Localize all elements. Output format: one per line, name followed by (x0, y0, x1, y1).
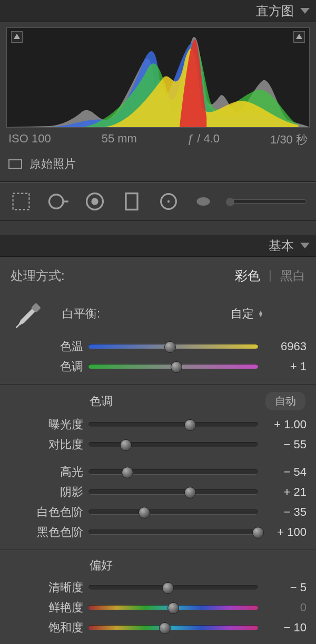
exposure-track[interactable] (88, 422, 258, 427)
highlights-track[interactable] (88, 469, 258, 475)
exif-iso: ISO 100 (8, 132, 51, 148)
presence-title: 偏好 (90, 558, 113, 573)
vibrance-track[interactable] (88, 605, 258, 610)
histogram-panel-title: 直方图 (256, 3, 294, 20)
chevron-down-icon (300, 8, 310, 14)
spot-removal-tool[interactable] (46, 190, 70, 213)
blacks-label: 黑色色阶 (9, 524, 88, 540)
exposure-value[interactable]: + 1.00 (258, 418, 307, 431)
shadows-value[interactable]: + 21 (258, 485, 307, 499)
rectangle-icon (8, 159, 22, 169)
contrast-label: 对比度 (9, 437, 88, 453)
treatment-color[interactable]: 彩色 (235, 267, 260, 284)
blacks-knob[interactable] (252, 527, 264, 539)
exif-shutter: 1/30 秒 (270, 132, 308, 148)
svg-rect-4 (126, 194, 137, 210)
eyedropper-icon[interactable] (11, 303, 41, 333)
brush-size-slider[interactable] (226, 199, 307, 204)
whites-track[interactable] (88, 510, 258, 515)
graduated-filter-tool[interactable] (120, 190, 143, 213)
slider-clarity: 清晰度 − 5 (0, 578, 316, 598)
original-label: 原始照片 (29, 156, 76, 172)
clarity-track[interactable] (88, 585, 258, 590)
slider-vibrance: 鲜艳度 0 (0, 598, 316, 618)
radial-filter-tool[interactable] (157, 190, 180, 213)
slider-whites: 白色色阶 − 35 (0, 502, 316, 522)
white-balance-row: 白平衡: 自定 ▲▼ (0, 293, 316, 337)
tint-label: 色调 (9, 359, 88, 374)
treatment-label: 处理方式: (11, 267, 65, 284)
whites-label: 白色色阶 (9, 504, 88, 520)
shadows-knob[interactable] (184, 487, 196, 498)
presence-group-header: 偏好 (0, 550, 316, 578)
vibrance-label: 鲜艳度 (9, 600, 88, 616)
svg-point-6 (167, 200, 170, 203)
slider-saturation: 饱和度 − 10 (0, 618, 316, 638)
slider-temp: 色温 6963 (0, 337, 316, 357)
treatment-row: 处理方式: 彩色 | 黑白 (0, 257, 316, 293)
tone-title: 色调 (90, 393, 113, 409)
tint-value[interactable]: + 1 (258, 360, 307, 373)
saturation-value[interactable]: − 10 (258, 621, 307, 635)
temp-track[interactable] (88, 344, 258, 349)
basic-panel-header[interactable]: 基本 (0, 235, 316, 257)
slider-exposure: 曝光度 + 1.00 (0, 415, 316, 435)
updown-icon: ▲▼ (258, 311, 263, 317)
highlights-value[interactable]: − 54 (258, 465, 307, 479)
vibrance-value[interactable]: 0 (258, 601, 307, 614)
clarity-knob[interactable] (162, 582, 174, 594)
temp-value[interactable]: 6963 (258, 340, 307, 353)
shadows-track[interactable] (88, 489, 258, 495)
tint-track[interactable] (88, 364, 258, 369)
shadows-label: 阴影 (9, 484, 88, 500)
svg-rect-0 (13, 194, 29, 210)
redeye-tool[interactable] (83, 190, 106, 213)
histogram-display[interactable] (6, 27, 310, 128)
histogram-chart (7, 28, 309, 127)
blacks-value[interactable]: + 100 (258, 525, 307, 539)
original-photo-toggle[interactable]: 原始照片 (6, 150, 310, 177)
white-balance-label: 白平衡: (62, 306, 100, 322)
exif-focal: 55 mm (102, 132, 137, 148)
slider-highlights: 高光 − 54 (0, 462, 316, 482)
histogram-panel: ISO 100 55 mm ƒ / 4.0 1/30 秒 原始照片 (0, 22, 316, 182)
exif-row: ISO 100 55 mm ƒ / 4.0 1/30 秒 (6, 128, 310, 150)
tint-knob[interactable] (171, 361, 182, 373)
histogram-panel-header[interactable]: 直方图 (0, 0, 316, 22)
wb-preset-value: 自定 (231, 306, 254, 322)
slider-shadows: 阴影 + 21 (0, 482, 316, 502)
saturation-track[interactable] (88, 625, 258, 630)
basic-panel: 处理方式: 彩色 | 黑白 白平衡: 自定 ▲▼ 色温 6963 色调 + 1 … (0, 257, 316, 644)
auto-tone-button[interactable]: 自动 (265, 392, 305, 410)
whites-value[interactable]: − 35 (258, 505, 307, 519)
saturation-label: 饱和度 (9, 620, 88, 636)
tone-group-header: 色调 自动 (0, 385, 316, 415)
highlights-label: 高光 (9, 464, 88, 480)
saturation-knob[interactable] (159, 622, 171, 634)
exposure-label: 曝光度 (9, 417, 88, 432)
contrast-track[interactable] (88, 442, 258, 447)
whites-knob[interactable] (139, 507, 150, 518)
svg-point-3 (91, 198, 98, 205)
temp-knob[interactable] (164, 341, 176, 353)
blacks-track[interactable] (88, 530, 258, 535)
slider-contrast: 对比度 − 55 (0, 435, 316, 455)
brush-tool[interactable] (194, 190, 213, 213)
slider-tint: 色调 + 1 (0, 357, 316, 377)
slider-blacks: 黑色色阶 + 100 (0, 522, 316, 542)
exif-aperture: ƒ / 4.0 (187, 132, 220, 148)
contrast-value[interactable]: − 55 (258, 438, 307, 451)
vibrance-knob[interactable] (167, 602, 179, 614)
exposure-knob[interactable] (184, 419, 196, 431)
svg-point-1 (50, 195, 63, 208)
local-adjust-toolbar (0, 182, 316, 221)
contrast-knob[interactable] (120, 439, 132, 451)
clarity-label: 清晰度 (9, 580, 88, 595)
clarity-value[interactable]: − 5 (258, 581, 307, 594)
basic-panel-title: 基本 (269, 237, 294, 254)
white-balance-preset[interactable]: 自定 ▲▼ (231, 306, 305, 322)
highlights-knob[interactable] (122, 467, 133, 478)
svg-point-7 (196, 197, 210, 206)
crop-tool[interactable] (9, 190, 33, 213)
treatment-bw[interactable]: 黑白 (280, 267, 305, 284)
